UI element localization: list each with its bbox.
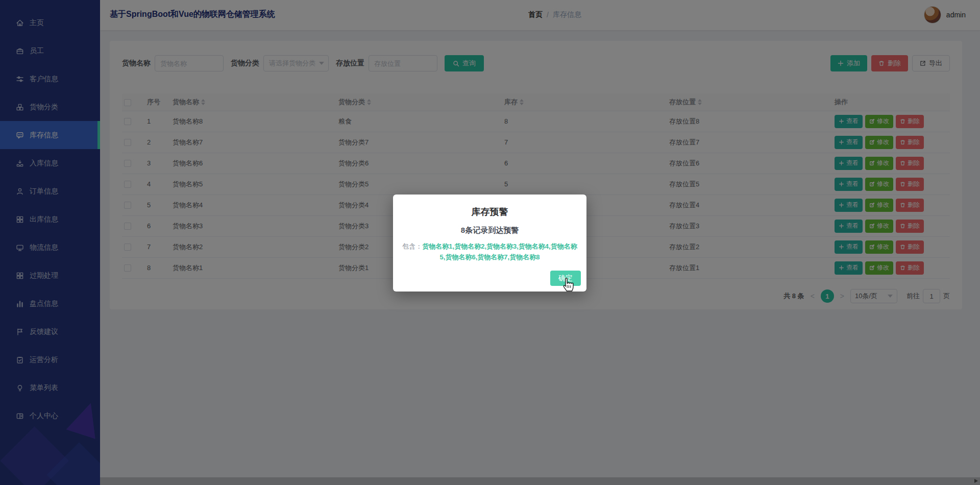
confirm-button[interactable]: 确定 xyxy=(550,271,581,286)
app-window: 主页员工客户信息货物分类库存信息入库信息订单信息出库信息物流信息过期处理盘点信息… xyxy=(0,0,980,485)
dialog-prefix: 包含： xyxy=(402,243,422,250)
dialog-title: 库存预警 xyxy=(393,206,586,218)
dialog-included-names: 货物名称1,货物名称2,货物名称3,货物名称4,货物名称5,货物名称6,货物名称… xyxy=(422,243,577,261)
dialog-body: 包含：货物名称1,货物名称2,货物名称3,货物名称4,货物名称5,货物名称6,货… xyxy=(402,241,578,262)
stock-warning-dialog: 库存预警 8条记录到达预警 包含：货物名称1,货物名称2,货物名称3,货物名称4… xyxy=(393,195,586,292)
dialog-subtitle: 8条记录到达预警 xyxy=(393,226,586,235)
